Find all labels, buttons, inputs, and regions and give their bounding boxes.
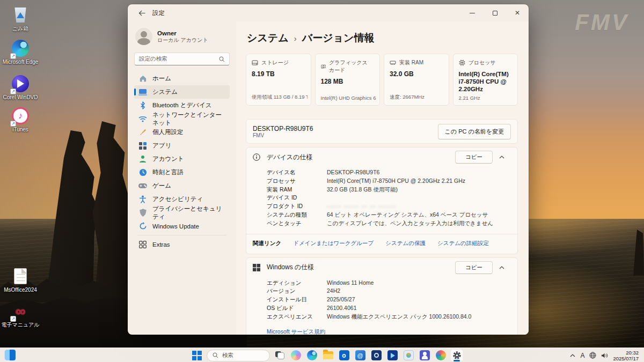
spec-label: バージョン [267, 287, 327, 295]
taskbar-search-input[interactable]: 検索 [207, 350, 270, 361]
sidebar-item-label: Windows Update [152, 223, 199, 230]
chevron-up-icon[interactable] [499, 156, 511, 159]
ms-services-agreement-link[interactable]: Microsoft サービス規約 [267, 328, 511, 335]
domain-workgroup-link[interactable]: ドメインまたはワークグループ [293, 240, 374, 247]
task-view-button[interactable] [273, 349, 286, 361]
teams-button[interactable] [418, 349, 431, 361]
sidebar-item-home[interactable]: ホーム [134, 72, 230, 85]
fmv-watermark: FMV [575, 10, 629, 35]
shield-icon [138, 209, 147, 217]
copy-button[interactable]: コピー [455, 261, 493, 274]
start-button[interactable] [191, 349, 203, 361]
sidebar-item-privacy[interactable]: プライバシーとセキュリティ [134, 206, 230, 219]
desktop-icon-recycle-bin[interactable]: ごみ箱 [0, 5, 41, 32]
network-globe-icon[interactable] [589, 352, 596, 359]
sidebar-item-accessibility[interactable]: アクセシビリティ [134, 193, 230, 206]
outlook-button[interactable]: o [338, 349, 350, 361]
sidebar-item-apps[interactable]: アプリ [134, 139, 230, 152]
desktop-icon-manual[interactable]: ∞↗ 電子マニュアル [0, 301, 41, 328]
card-value: 32.0 GB [390, 70, 443, 78]
bluetooth-icon [138, 101, 147, 110]
sidebar-item-extras[interactable]: Extras [134, 238, 230, 251]
card-footer: Intel(R) UHD Graphics 630 [321, 95, 377, 101]
desktop-icon-label: 電子マニュアル [0, 322, 41, 328]
minimize-button[interactable] [461, 4, 484, 21]
ring-app-button[interactable] [370, 349, 383, 361]
settings-search-input[interactable]: 設定の検索 [134, 53, 230, 65]
sidebar-item-label: アプリ [152, 142, 171, 150]
tray-chevron-up-icon[interactable] [570, 354, 575, 357]
settings-content: システム › バージョン情報 ストレージ 8.19 TB 使用領域 113 GB… [236, 21, 529, 335]
chevron-up-icon[interactable] [499, 266, 511, 269]
spec-value: 32.0 GB (31.8 GB 使用可能) [327, 186, 398, 194]
settings-window: 設定 ✕ Owner ローカル アカウント 設定の検索 [128, 4, 529, 335]
clock[interactable]: 20:32 2025/07/17 [613, 350, 641, 361]
desktop-icon-windvd[interactable]: ↗ Corel WinDVD [0, 74, 41, 100]
rename-pc-button[interactable]: この PC の名前を変更 [438, 124, 511, 139]
spec-label: エディション [267, 279, 327, 287]
ram-card: 実装 RAM 32.0 GB 速度: 2667MHz [384, 54, 449, 106]
edge-button[interactable] [305, 349, 318, 361]
settings-taskbar-button[interactable] [450, 349, 463, 361]
windows-spec-links: Microsoft サービス規約 Microsoft ソフトウェアライセンス条項 [246, 327, 517, 335]
sidebar-item-personalization[interactable]: 個人用設定 [134, 125, 230, 139]
shortcut-arrow-icon: ↗ [10, 316, 16, 322]
sidebar-item-system[interactable]: システム [134, 85, 230, 99]
device-name: DESKTOP-R98U9T6 [253, 125, 313, 132]
sidebar-item-accounts[interactable]: アカウント [134, 152, 230, 166]
desktop-icon-label: MsOffice2024 [0, 287, 41, 293]
breadcrumb-system[interactable]: システム [247, 31, 289, 45]
spec-value: 64 ビット オペレーティング システム、x64 ベース プロセッサ [327, 211, 488, 219]
copilot-button[interactable] [289, 349, 302, 361]
paint-button[interactable] [434, 349, 447, 361]
device-name-card: DESKTOP-R98U9T6 FMV この PC の名前を変更 [246, 119, 518, 144]
desktop-icon-itunes[interactable]: ♪↗ iTunes [0, 106, 41, 132]
mail-button[interactable]: @ [354, 349, 367, 361]
processor-card: プロセッサ Intel(R) Core(TM) i7-8750H CPU @ 2… [453, 54, 518, 106]
spec-label: デバイス ID [267, 194, 327, 202]
taskbar: 検索 o @ A 20:32 [0, 348, 644, 362]
paint-icon [436, 350, 446, 360]
spec-cards: ストレージ 8.19 TB 使用領域 113 GB / 8.19 TB グラフィ… [246, 54, 518, 106]
spec-label: エクスペリエンス [267, 313, 327, 321]
system-protection-link[interactable]: システムの保護 [385, 240, 426, 247]
device-spec-header[interactable]: デバイスの仕様 コピー [246, 147, 517, 167]
task-view-icon [275, 351, 284, 359]
file-explorer-button[interactable] [321, 349, 334, 361]
back-button[interactable] [135, 6, 148, 19]
movies-tv-button[interactable] [386, 349, 399, 361]
desktop-icon-edge[interactable]: ↗ Microsoft Edge [0, 39, 41, 65]
desktop-icon-msoffice[interactable]: MsOffice2024 [0, 267, 41, 293]
page-title: バージョン情報 [302, 31, 375, 45]
account-card[interactable]: Owner ローカル アカウント [135, 28, 230, 45]
sidebar-item-network[interactable]: ネットワークとインターネット [134, 112, 230, 125]
apps-grid-icon [138, 142, 147, 150]
advanced-system-settings-link[interactable]: システムの詳細設定 [437, 240, 489, 247]
photos-icon [404, 350, 414, 360]
titlebar[interactable]: 設定 ✕ [128, 4, 529, 21]
related-links-row: 関連リンク ドメインまたはワークグループ システムの保護 システムの詳細設定 [246, 234, 517, 254]
windows-spec-header[interactable]: Windows の仕様 コピー [246, 258, 517, 277]
info-icon [253, 153, 260, 161]
maximize-button[interactable] [484, 4, 506, 21]
card-label: プロセッサ [469, 59, 496, 67]
ime-indicator[interactable]: A [580, 352, 584, 359]
sidebar-item-label: 時刻と言語 [152, 168, 184, 176]
spec-value: Intel(R) Core(TM) i7-8750H CPU @ 2.20GHz… [327, 178, 465, 184]
volume-icon[interactable] [601, 352, 608, 359]
copy-button[interactable]: コピー [455, 151, 493, 164]
person-icon [138, 155, 147, 164]
sidebar-item-gaming[interactable]: ゲーム [134, 179, 230, 193]
sidebar-item-label: ホーム [152, 75, 171, 83]
spec-label: 実装 RAM [267, 186, 327, 194]
spec-value: Windows 機能エクスペリエンス パック 1000.26100.84.0 [327, 313, 471, 321]
sidebar-item-time-language[interactable]: 時刻と言語 [134, 166, 230, 179]
desktop-icon-label: Microsoft Edge [0, 59, 41, 65]
photos-button[interactable] [402, 349, 415, 361]
windows-spec-rows: エディションWindows 11 Home バージョン24H2 インストール日2… [246, 277, 517, 327]
sidebar-item-label: アクセシビリティ [152, 195, 203, 203]
close-button[interactable]: ✕ [506, 4, 529, 21]
sidebar-item-bluetooth[interactable]: Bluetooth とデバイス [134, 99, 230, 112]
widgets-icon[interactable] [4, 349, 16, 361]
sidebar-item-windows-update[interactable]: Windows Update [134, 219, 230, 233]
